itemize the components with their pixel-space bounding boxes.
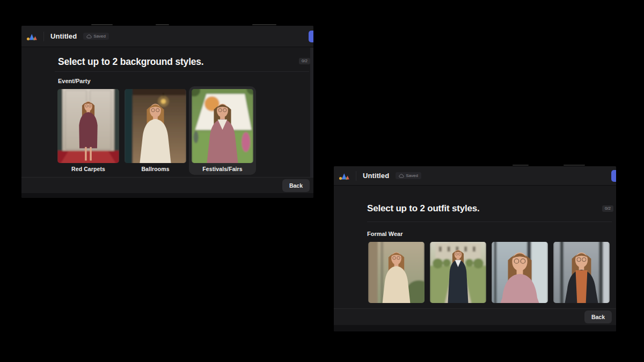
desktop-background: Untitled Saved Select up to 2 background…: [0, 0, 644, 362]
category-label: Formal Wear: [367, 231, 402, 237]
saved-status-badge: Saved: [396, 172, 421, 179]
outfit-card-3[interactable]: [489, 239, 551, 306]
window-bottom-strip: [21, 193, 313, 198]
outfit-card-4[interactable]: [551, 239, 612, 306]
style-card-label: Red Carpets: [57, 166, 119, 172]
style-card-festivals-fairs[interactable]: Festivals/Fairs: [189, 86, 256, 175]
background-styles-window: Untitled Saved Select up to 2 background…: [21, 26, 313, 198]
app-logo-icon: [339, 171, 350, 181]
cloud-check-icon: [399, 174, 404, 178]
saved-label: Saved: [93, 34, 106, 39]
category-label: Event/Party: [58, 78, 91, 84]
outfit-card-2[interactable]: [427, 239, 489, 306]
outfit-card-1[interactable]: [365, 239, 427, 306]
heading-divider: [55, 71, 309, 72]
window-footer: Back: [21, 177, 313, 193]
heading-divider: [367, 221, 612, 222]
style-photo: [430, 242, 486, 303]
cropped-accent-button[interactable]: [309, 31, 313, 42]
style-card-ballrooms[interactable]: Ballrooms: [122, 86, 189, 175]
screenshot-crop-artifact: [513, 165, 529, 166]
style-card-red-carpets[interactable]: Red Carpets: [55, 86, 122, 175]
window-footer: Back: [334, 308, 616, 325]
saved-status-badge: Saved: [83, 33, 109, 40]
header-divider: [43, 32, 44, 41]
style-photo: [492, 242, 548, 303]
screenshot-crop-artifact: [252, 24, 276, 25]
screenshot-crop-artifact: [91, 24, 113, 25]
page-title: Select up to 2 background styles.: [58, 56, 204, 68]
back-button[interactable]: Back: [584, 311, 612, 323]
back-button[interactable]: Back: [282, 179, 310, 192]
style-card-label: Ballrooms: [125, 166, 186, 172]
style-card-row: Red Carpets: [55, 86, 256, 175]
selection-count-badge: 0/2: [299, 58, 310, 64]
style-photo: [57, 89, 119, 163]
project-title[interactable]: Untitled: [50, 32, 77, 40]
screenshot-crop-artifact: [156, 24, 169, 25]
saved-label: Saved: [406, 173, 418, 178]
page-title: Select up to 2 outfit styles.: [367, 203, 480, 214]
style-card-label: Festivals/Fairs: [192, 166, 253, 172]
app-header: Untitled Saved: [334, 166, 616, 186]
cloud-check-icon: [86, 34, 92, 39]
style-card-row: [365, 239, 612, 306]
cropped-accent-button[interactable]: [611, 170, 616, 182]
style-photo: [553, 242, 610, 303]
style-photo: [192, 89, 253, 163]
scrollbar-gutter[interactable]: [310, 48, 313, 177]
style-photo: [125, 89, 186, 163]
window-bottom-strip: [334, 325, 616, 331]
project-title[interactable]: Untitled: [363, 172, 389, 180]
screenshot-crop-artifact: [564, 165, 585, 166]
outfit-styles-window: Untitled Saved Select up to 2 outfit sty…: [334, 166, 616, 331]
app-header: Untitled Saved: [21, 26, 313, 47]
app-logo-icon: [26, 32, 38, 41]
header-divider: [356, 171, 356, 181]
style-photo: [368, 242, 425, 303]
selection-count-badge: 0/2: [602, 205, 613, 212]
